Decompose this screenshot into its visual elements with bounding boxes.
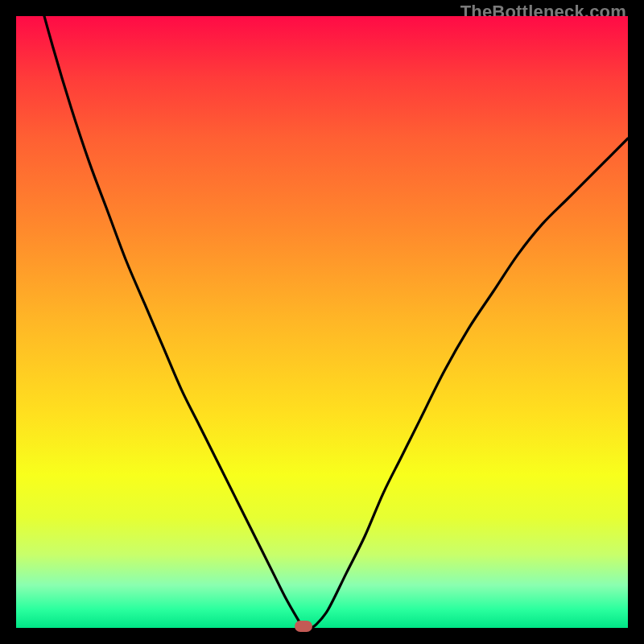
plot-area — [16, 16, 628, 628]
curve-svg — [16, 16, 628, 628]
bottleneck-curve — [16, 16, 628, 628]
chart-frame: TheBottleneck.com — [0, 0, 644, 644]
minimum-marker — [295, 621, 312, 632]
